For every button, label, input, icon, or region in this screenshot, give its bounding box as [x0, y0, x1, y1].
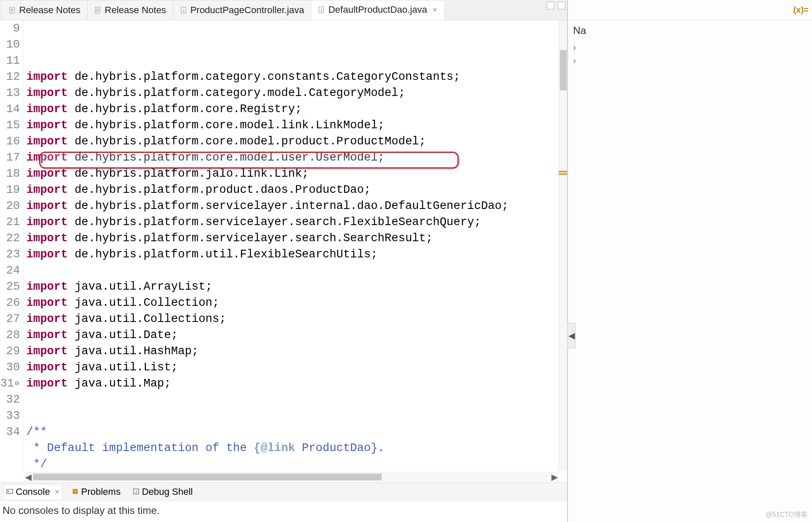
- java-file-icon: J: [180, 7, 187, 14]
- editor-tabbar: Release NotesRelease NotesJProductPageCo…: [0, 0, 567, 20]
- editor-tab[interactable]: JDefaultProductDao.java✕: [311, 0, 444, 20]
- code-line[interactable]: import java.util.HashMap;: [26, 343, 567, 359]
- problems-tab-label: Problems: [81, 486, 121, 497]
- code-editor[interactable]: 9101112131415161718192021222324252627282…: [0, 20, 567, 471]
- code-line[interactable]: import de.hybris.platform.category.const…: [26, 69, 567, 85]
- line-number: 19: [0, 182, 20, 198]
- code-line[interactable]: import de.hybris.platform.core.model.pro…: [26, 133, 567, 150]
- horizontal-scrollbar[interactable]: ◀ ▶: [24, 472, 559, 481]
- code-line[interactable]: [26, 408, 567, 424]
- editor-tab[interactable]: JProductPageController.java: [173, 0, 312, 20]
- svg-text:!: !: [74, 489, 76, 494]
- line-number: 26: [0, 295, 20, 311]
- variables-badge: (x)=: [793, 5, 809, 15]
- code-line[interactable]: import java.util.Map;: [26, 375, 567, 392]
- close-icon[interactable]: ✕: [54, 488, 60, 495]
- maximize-view-button[interactable]: [558, 2, 565, 9]
- line-number: 33: [0, 408, 20, 424]
- code-line[interactable]: [26, 262, 567, 279]
- console-icon: [6, 486, 13, 497]
- notes-file-icon: [9, 7, 16, 14]
- console-message: No consoles to display at this time.: [3, 505, 160, 516]
- code-line[interactable]: */: [26, 456, 567, 471]
- console-tab-label: Console: [16, 486, 50, 497]
- line-number: 21: [0, 214, 20, 230]
- code-line[interactable]: import de.hybris.platform.core.model.lin…: [26, 117, 567, 133]
- chevron-right-icon: ›: [573, 42, 576, 52]
- java-file-icon: J: [318, 6, 325, 13]
- line-number: 16: [0, 133, 20, 150]
- line-number: 11: [0, 53, 20, 69]
- line-number: 31⊖: [0, 375, 20, 392]
- code-line[interactable]: import java.util.Collections;: [26, 311, 567, 327]
- code-line[interactable]: import java.util.ArrayList;: [26, 279, 567, 295]
- tab-label: Release Notes: [19, 5, 80, 16]
- outline-toolbar: (x)=: [568, 0, 812, 20]
- line-number: 27: [0, 311, 20, 327]
- code-line[interactable]: import de.hybris.platform.servicelayer.i…: [26, 198, 567, 214]
- code-line[interactable]: [26, 392, 567, 408]
- line-number: 17: [0, 150, 20, 166]
- minimize-view-button[interactable]: [547, 2, 554, 9]
- code-line[interactable]: import de.hybris.platform.core.model.use…: [26, 150, 567, 166]
- editor-toolbar: [547, 2, 565, 9]
- line-number: 18: [0, 166, 20, 182]
- vertical-scrollbar[interactable]: [559, 20, 567, 471]
- scroll-left-arrow[interactable]: ◀: [24, 473, 32, 481]
- debug-shell-icon: J: [133, 486, 139, 497]
- code-line[interactable]: import de.hybris.platform.servicelayer.s…: [26, 230, 567, 246]
- line-number: 20: [0, 198, 20, 214]
- code-line[interactable]: import de.hybris.platform.category.model…: [26, 85, 567, 101]
- outline-panel: (x)= Na › › ◀: [568, 0, 812, 522]
- line-number: 9: [0, 20, 20, 37]
- editor-tab[interactable]: Release Notes: [88, 0, 173, 20]
- overview-marker: [559, 171, 567, 172]
- code-line[interactable]: /**: [26, 424, 567, 440]
- chevron-left-icon: ◀: [568, 330, 575, 341]
- line-number: 29: [0, 343, 20, 359]
- console-view: No consoles to display at this time.: [0, 501, 567, 522]
- overview-marker: [559, 173, 567, 175]
- problems-tab[interactable]: ! Problems: [69, 485, 123, 499]
- debug-shell-tab[interactable]: J Debug Shell: [130, 485, 196, 499]
- tab-label: DefaultProductDao.java: [328, 4, 427, 15]
- vertical-scroll-thumb[interactable]: [560, 50, 567, 90]
- outline-item[interactable]: ›: [568, 54, 812, 67]
- svg-rect-12: [7, 489, 13, 494]
- code-line[interactable]: import de.hybris.platform.jalo.link.Link…: [26, 166, 567, 182]
- console-tab[interactable]: Console ✕: [3, 484, 62, 499]
- horizontal-scroll-thumb[interactable]: [33, 474, 382, 480]
- line-number: 23: [0, 246, 20, 262]
- code-line[interactable]: * Default implementation of the {@link P…: [26, 440, 567, 456]
- editor-area: Release NotesRelease NotesJProductPageCo…: [0, 0, 568, 522]
- line-number: 15: [0, 117, 20, 133]
- code-content[interactable]: import de.hybris.platform.category.const…: [24, 20, 567, 471]
- code-line[interactable]: import de.hybris.platform.core.Registry;: [26, 101, 567, 117]
- close-icon[interactable]: ✕: [432, 6, 437, 13]
- collapse-panel-button[interactable]: ◀: [567, 323, 576, 348]
- debug-shell-tab-label: Debug Shell: [142, 486, 193, 497]
- code-line[interactable]: import java.util.Date;: [26, 327, 567, 343]
- svg-text:J: J: [321, 8, 323, 12]
- line-number: 28: [0, 327, 20, 343]
- code-line[interactable]: import de.hybris.platform.servicelayer.s…: [26, 214, 567, 230]
- code-line[interactable]: import java.util.Collection;: [26, 295, 567, 311]
- line-number: 32: [0, 392, 20, 408]
- code-line[interactable]: import java.util.List;: [26, 359, 567, 375]
- tab-label: ProductPageController.java: [190, 5, 304, 16]
- editor-tab[interactable]: Release Notes: [2, 0, 88, 20]
- tab-label: Release Notes: [105, 5, 166, 16]
- problems-icon: !: [72, 486, 79, 497]
- code-line[interactable]: import de.hybris.platform.product.daos.P…: [26, 182, 567, 198]
- svg-text:J: J: [135, 490, 137, 494]
- watermark: @51CTO博客: [765, 511, 808, 519]
- line-number: 12: [0, 69, 20, 85]
- line-number-gutter: 9101112131415161718192021222324252627282…: [0, 20, 24, 471]
- line-number: 34: [0, 424, 20, 440]
- line-number: 13: [0, 85, 20, 101]
- outline-item[interactable]: ›: [568, 41, 812, 54]
- line-number: 14: [0, 101, 20, 117]
- outline-header: Na: [568, 20, 812, 41]
- scroll-right-arrow[interactable]: ▶: [550, 473, 559, 481]
- code-line[interactable]: import de.hybris.platform.util.FlexibleS…: [26, 246, 567, 262]
